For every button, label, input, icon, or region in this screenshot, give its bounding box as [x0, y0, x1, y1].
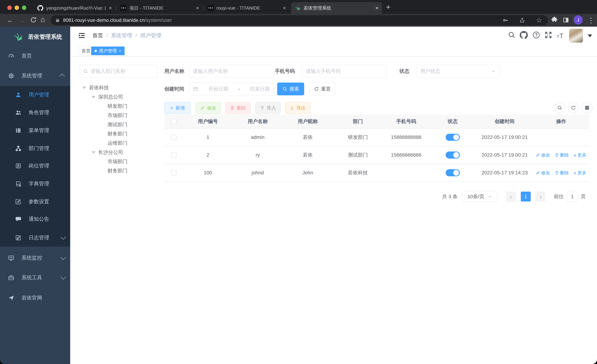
tree-node[interactable]: 市场部门 [79, 157, 158, 166]
page-size-select[interactable]: 10条/页 [463, 191, 497, 202]
browser-profile-avatar[interactable]: J [573, 15, 583, 24]
edit-button[interactable]: 修改 [196, 102, 221, 114]
tab-close-icon[interactable]: × [375, 5, 378, 11]
tree-node[interactable]: 财务部门 [79, 129, 158, 139]
sidebar-item-home[interactable]: 首页 [0, 47, 70, 65]
collapse-sidebar-icon[interactable] [78, 32, 86, 39]
extensions-puzzle-icon[interactable] [551, 16, 558, 23]
forward-icon[interactable]: → [19, 16, 25, 24]
select-all-checkbox[interactable] [171, 119, 176, 124]
current-page-button[interactable]: 1 [521, 192, 531, 201]
user-avatar[interactable] [569, 29, 583, 43]
side-panel-icon[interactable] [563, 17, 569, 23]
tree-node[interactable]: 研发部门 [79, 101, 158, 111]
sidebar-item-dictionaries[interactable]: 字典管理 [0, 175, 70, 193]
browser-menu-icon[interactable]: ⋮ [587, 16, 595, 24]
back-icon[interactable]: ← [7, 16, 14, 24]
dept-search-input[interactable]: 请输入部门名称 [79, 65, 158, 77]
status-toggle[interactable] [446, 134, 460, 141]
tab-ruoyi-github[interactable]: yangzongzhuan/RuoYi-Vue: (R × [34, 2, 116, 14]
date-range-input[interactable]: 开始日期 - 结束日期 [189, 83, 274, 95]
fullscreen-icon[interactable] [544, 31, 552, 39]
tab-close-icon[interactable]: × [196, 5, 199, 11]
table-row[interactable]: 2 ry 若依 测试部门 15666666666 2022-05-17 19:0… [164, 146, 589, 164]
row-delete-link[interactable]: 删除 [555, 152, 569, 158]
row-checkbox[interactable] [171, 170, 176, 175]
tree-node[interactable]: 测试部门 [79, 120, 158, 129]
refresh-table-button[interactable] [568, 102, 579, 113]
tab-close-icon[interactable]: × [109, 5, 112, 11]
share-icon[interactable] [519, 17, 525, 23]
sidebar-item-roles[interactable]: 角色管理 [0, 104, 70, 121]
status-toggle[interactable] [446, 151, 460, 159]
home-icon[interactable]: ⌂ [40, 15, 45, 24]
row-checkbox[interactable] [171, 135, 176, 140]
next-page-button[interactable]: › [535, 192, 545, 201]
reset-button[interactable]: 重置 [309, 83, 336, 95]
row-edit-link[interactable]: 修改 [536, 152, 550, 158]
reload-icon[interactable] [30, 16, 37, 24]
avatar-caret-down-icon[interactable] [588, 34, 592, 37]
table-row[interactable]: 100 johnd John 若依科技 2022-05-17 19:14:23 … [164, 164, 589, 182]
sidebar-item-monitor[interactable]: 系统监控 [0, 249, 70, 267]
font-size-icon[interactable]: TT [556, 32, 565, 40]
sidebar-item-parameters[interactable]: 参数设置 [0, 193, 70, 211]
breadcrumb-home[interactable]: 首页 [92, 32, 103, 39]
zoom-window-button[interactable] [22, 6, 26, 10]
col-nickname: 用户昵称 [283, 115, 333, 128]
sidebar-item-menus[interactable]: 菜单管理 [0, 122, 70, 139]
toggle-search-button[interactable] [554, 102, 565, 113]
sidebar-item-users[interactable]: 用户管理 [0, 86, 70, 104]
search-button[interactable]: 搜索 [277, 83, 304, 95]
tree-node[interactable]: 市场部门 [79, 111, 158, 120]
tree-caret-icon[interactable] [92, 96, 95, 98]
tree-node[interactable]: 深圳总公司 [79, 92, 158, 101]
table-row[interactable]: 1 admin 若依 研发部门 15888888888 2022-05-17 1… [164, 128, 589, 146]
phone-input[interactable]: 请输入手机号码 [302, 65, 387, 77]
tag-user-management[interactable]: 用户管理 × [91, 46, 125, 55]
app-logo[interactable]: 若依管理系统 [0, 27, 70, 47]
row-more-link[interactable]: »更多 [573, 152, 587, 158]
bookmark-star-icon[interactable]: ☆ [536, 17, 542, 24]
add-button[interactable]: + 新增 [164, 102, 191, 114]
sidebar-item-tools[interactable]: 系统工具 [0, 269, 70, 287]
tree-node[interactable]: 长沙分公司 [79, 148, 158, 157]
goto-page-input[interactable]: 1 [567, 191, 578, 202]
prev-page-button[interactable]: ‹ [506, 192, 516, 201]
delete-button[interactable]: 删除 [226, 102, 251, 114]
sidebar-item-system[interactable]: 系统管理 [0, 67, 70, 85]
export-button[interactable]: 导出 [285, 102, 310, 114]
sidebar-item-posts[interactable]: 岗位管理 [0, 157, 70, 175]
sidebar-item-official-site[interactable]: 若依官网 [0, 289, 70, 307]
row-checkbox[interactable] [171, 152, 176, 158]
row-edit-link[interactable]: 修改 [536, 170, 550, 176]
minimize-window-button[interactable] [15, 6, 19, 10]
key-icon[interactable] [502, 17, 508, 23]
column-settings-button[interactable] [581, 102, 593, 113]
sidebar-item-departments[interactable]: 部门管理 [0, 139, 70, 157]
header-search-icon[interactable] [508, 31, 515, 39]
new-tab-button[interactable]: + [386, 3, 391, 11]
tab-ruoyi-admin-active[interactable]: 若依管理系统 × [291, 2, 382, 14]
url-bar[interactable]: 8081-rouyi-vue-demo.cloud.titanide.cn/sy… [51, 15, 548, 25]
sidebar-item-logs[interactable]: 日志管理 [0, 229, 70, 247]
row-delete-link[interactable]: 删除 [555, 170, 569, 176]
tag-close-icon[interactable]: × [119, 49, 121, 53]
tab-titanide-project[interactable]: <t> 项目 - TITANIDE × [117, 2, 203, 14]
tab-titanide-rouyi[interactable]: <t> rouyi-vue - TITANIDE × [204, 2, 290, 14]
close-window-button[interactable] [7, 6, 12, 10]
tab-close-icon[interactable]: × [283, 5, 286, 11]
status-toggle[interactable] [446, 169, 460, 176]
row-more-link[interactable]: »更多 [573, 170, 587, 176]
sidebar-item-notices[interactable]: 通知公告 [0, 210, 70, 228]
header-help-icon[interactable] [532, 31, 540, 39]
tree-node[interactable]: 若依科技 [79, 83, 158, 92]
username-input[interactable]: 请输入用户名称 [189, 65, 274, 77]
status-select[interactable]: 用户状态 [416, 65, 500, 77]
tree-node[interactable]: 运维部门 [79, 139, 158, 148]
header-github-icon[interactable] [520, 31, 528, 39]
import-button[interactable]: 导入 [255, 102, 281, 114]
tree-node[interactable]: 财务部门 [79, 166, 158, 175]
tree-caret-icon[interactable] [92, 151, 95, 154]
tree-caret-icon[interactable] [82, 87, 86, 89]
